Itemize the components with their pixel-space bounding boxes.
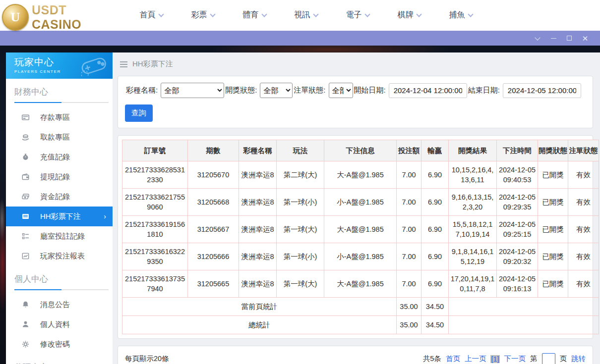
sidebar-item-gear[interactable]: 修改密碼› (6, 334, 113, 354)
main-content: HH彩票下注 彩種名稱: 全部 開獎狀態: 全部 注單狀態: 全部 開始日期: … (113, 52, 600, 364)
window-minimize-button[interactable] (545, 31, 561, 46)
nav-item-7[interactable]: 捕魚 (435, 10, 486, 20)
sidebar-item-withdraw-hand[interactable]: 取款專區› (6, 127, 113, 147)
table-cell: 第一球(小) (277, 189, 324, 216)
pagination-panel: 每頁顯示20條 共5条 首页 上一页 [1] 下一页 第 页 跳转 (118, 346, 593, 364)
current-page-indicator[interactable]: [1] (490, 355, 499, 363)
order-status-select[interactable]: 全部 (329, 83, 353, 98)
summary-label: 當前頁統計 (122, 298, 397, 316)
jump-button[interactable]: 跳转 (571, 354, 586, 364)
close-icon: ✕ (582, 35, 589, 42)
minimize-icon (551, 38, 556, 39)
site-logo[interactable]: U USDT CASINO (0, 3, 117, 32)
sidebar-item-label: 提現記錄 (40, 172, 70, 182)
table-cell: 7.00 (397, 189, 421, 216)
table-cell: 6.90 (421, 216, 449, 243)
page-size-text: 每頁顯示20條 (125, 354, 169, 364)
table-cell: 澳洲幸运8 (239, 161, 277, 189)
next-page-link[interactable]: 下一页 (504, 354, 526, 364)
table-cell: 澳洲幸运8 (239, 243, 277, 270)
summary-bet-total: 35.00 (397, 316, 421, 334)
summary-winloss-total: 34.50 (421, 298, 449, 316)
chevron-down-icon (210, 11, 215, 17)
table-cell: 7.00 (397, 243, 421, 270)
table-cell: 有效 (568, 189, 599, 216)
page-jump-input[interactable] (542, 353, 555, 364)
moneybag-icon (21, 153, 30, 161)
nav-item-label: 棋牌 (398, 10, 414, 20)
table-cell: 已開獎 (538, 216, 568, 243)
table-cell: 2024-12-05 09:29:35 (497, 189, 538, 216)
table-cell: 第一球(大) (277, 216, 324, 243)
table-cell: 澳洲幸运8 (239, 270, 277, 298)
nav-item-6[interactable]: 棋牌 (383, 10, 435, 20)
sidebar-item-moneybag[interactable]: 充值記錄› (6, 147, 113, 167)
table-cell: 第一球(大) (277, 270, 324, 298)
table-cell: 31205670 (188, 161, 239, 189)
sidebar-item-deposit-card[interactable]: 存款專區› (6, 107, 113, 127)
table-row: 215217333619156181031205667澳洲幸运8第一球(大)大-… (122, 216, 599, 243)
window-dropdown-button[interactable] (530, 31, 545, 46)
table-cell: 第二球(大) (277, 161, 324, 189)
nav-item-3[interactable]: 體育 (229, 10, 280, 20)
sidebar: 玩家中心 PLAYERS CENTER 財務中心存款專區›取款專區›充值記錄›提… (6, 52, 113, 364)
draw-status-select[interactable]: 全部 (260, 83, 293, 98)
sidebar-item-lottery-ticket[interactable]: HH彩票下注› (6, 207, 113, 226)
deposit-card-icon (21, 113, 30, 121)
table-cell: 大-A盤@1.985 (324, 270, 397, 298)
summary-empty (449, 298, 599, 316)
chevron-down-icon (313, 11, 318, 17)
sidebar-section-title: 個人中心 (6, 266, 113, 289)
sidebar-item-hall-records[interactable]: 廳室投註記錄› (6, 226, 113, 246)
window-titlebar: ✕ (0, 31, 600, 46)
order-status-label: 注單狀態: (294, 86, 325, 95)
sidebar-item-label: 玩家投注報表 (40, 252, 85, 261)
nav-item-2[interactable]: 彩票 (177, 10, 229, 20)
summary-bet-total: 35.00 (397, 298, 421, 316)
window-maximize-button[interactable] (561, 31, 577, 46)
table-cell: 有效 (568, 270, 599, 298)
summary-row: 當前頁統計35.0034.50 (122, 298, 599, 316)
table-cell: 2024-12-05 09:40:53 (497, 161, 538, 189)
chevron-down-icon (468, 11, 473, 17)
nav-item-label: 捕魚 (449, 10, 465, 20)
search-button[interactable]: 查詢 (125, 104, 153, 122)
sidebar-item-bell[interactable]: 消息公告› (6, 295, 113, 314)
table-cell: 2024-12-05 09:16:13 (497, 270, 538, 298)
sidebar-item-user[interactable]: 個人資料› (6, 314, 113, 334)
sidebar-item-label: 個人資料 (40, 320, 70, 329)
nav-item-5[interactable]: 電子 (332, 10, 383, 20)
lottery-name-select[interactable]: 全部 (161, 83, 224, 98)
section-divider (14, 102, 109, 103)
end-date-input[interactable] (503, 83, 581, 98)
chevron-right-icon: › (104, 212, 106, 220)
sidebar-item-report-chart[interactable]: 玩家投注報表› (6, 246, 113, 266)
table-cell: 小-A盤@1.985 (324, 243, 397, 270)
window-close-button[interactable]: ✕ (577, 31, 593, 46)
column-header: 彩種名稱 (239, 140, 277, 161)
menu-collapse-icon[interactable] (120, 61, 127, 67)
table-cell: 15,5,18,12,17,10,19,14 (449, 216, 497, 243)
table-cell: 10,15,2,16,4,13,6,11 (449, 161, 497, 189)
sidebar-item-wallet[interactable]: 提現記錄› (6, 167, 113, 187)
table-cell: 7.00 (397, 270, 421, 298)
summary-label: 總統計 (122, 316, 397, 334)
sidebar-item-label: 廳室投註記錄 (40, 232, 85, 241)
chevron-down-icon (261, 11, 267, 17)
summary-empty (449, 316, 599, 334)
column-header: 開獎狀態 (538, 140, 568, 161)
prev-page-link[interactable]: 上一页 (465, 354, 486, 364)
summary-row: 總統計35.0034.50 (122, 316, 599, 334)
nav-item-1[interactable]: 首頁 (125, 10, 177, 20)
table-row: 215217333628531233031205670澳洲幸运8第二球(大)大-… (122, 161, 599, 189)
table-cell: 已開獎 (538, 243, 568, 270)
table-cell: 31205668 (188, 189, 239, 216)
main-menu: 首頁彩票體育視訊電子棋牌捕魚 (125, 10, 486, 20)
table-row: 215217333621755906031205668澳洲幸运8第一球(小)小-… (122, 189, 599, 216)
start-date-input[interactable] (389, 83, 467, 98)
first-page-link[interactable]: 首页 (446, 354, 460, 364)
sidebar-item-funds[interactable]: 資金記錄› (6, 187, 113, 207)
summary-winloss-total: 34.50 (421, 316, 449, 334)
nav-item-4[interactable]: 視訊 (280, 10, 332, 20)
table-cell: 7.00 (397, 216, 421, 243)
